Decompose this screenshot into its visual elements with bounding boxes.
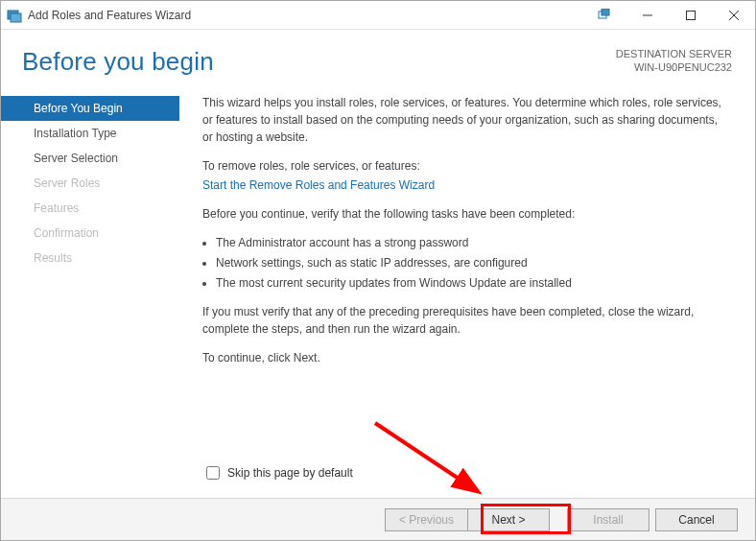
continue-note: To continue, click Next. bbox=[202, 349, 726, 366]
prereq-list: The Administrator account has a strong p… bbox=[202, 234, 726, 292]
button-bar: < Previous Next > Install Cancel bbox=[1, 498, 755, 540]
sidebar-item-installation-type[interactable]: Installation Type bbox=[1, 121, 179, 146]
sidebar-item-features: Features bbox=[1, 196, 179, 221]
title-bar: Add Roles and Features Wizard bbox=[1, 1, 755, 30]
sidebar-item-label: Features bbox=[34, 201, 79, 215]
intro-text: This wizard helps you install roles, rol… bbox=[202, 94, 726, 146]
next-button[interactable]: Next > bbox=[467, 508, 550, 531]
skip-page-label: Skip this page by default bbox=[227, 466, 353, 480]
window-title: Add Roles and Features Wizard bbox=[28, 9, 582, 22]
sidebar-item-label: Before You Begin bbox=[34, 102, 123, 115]
close-button[interactable] bbox=[712, 2, 755, 29]
svg-rect-3 bbox=[602, 9, 609, 15]
minimize-button[interactable] bbox=[626, 2, 669, 29]
prereq-item: The Administrator account has a strong p… bbox=[216, 234, 726, 251]
header-row: Before you begin DESTINATION SERVER WIN-… bbox=[1, 30, 755, 77]
skip-page-checkbox[interactable] bbox=[206, 466, 220, 480]
destination-server-name: WIN-U90PENUC232 bbox=[616, 60, 732, 74]
remove-roles-link[interactable]: Start the Remove Roles and Features Wiza… bbox=[202, 178, 435, 192]
prereq-item: The most current security updates from W… bbox=[216, 274, 726, 292]
destination-label: DESTINATION SERVER bbox=[616, 47, 732, 60]
sidebar-item-server-selection[interactable]: Server Selection bbox=[1, 146, 179, 171]
sidebar-item-confirmation: Confirmation bbox=[1, 221, 179, 246]
sidebar-item-label: Results bbox=[34, 251, 72, 265]
sidebar-item-label: Confirmation bbox=[34, 226, 99, 240]
cancel-button[interactable]: Cancel bbox=[655, 508, 738, 531]
prereq-item: Network settings, such as static IP addr… bbox=[216, 254, 726, 271]
help-control[interactable] bbox=[582, 2, 626, 29]
page-heading: Before you begin bbox=[22, 47, 214, 77]
sidebar-item-before-you-begin[interactable]: Before You Begin bbox=[1, 96, 179, 121]
before-continue-text: Before you continue, verify that the fol… bbox=[202, 205, 726, 223]
window-controls bbox=[582, 2, 755, 29]
sidebar-item-label: Server Selection bbox=[34, 152, 118, 165]
nav-button-group: < Previous Next > bbox=[385, 508, 550, 531]
destination-server-info: DESTINATION SERVER WIN-U90PENUC232 bbox=[616, 47, 732, 77]
remove-label: To remove roles, role services, or featu… bbox=[202, 157, 726, 175]
svg-rect-1 bbox=[11, 13, 21, 22]
app-icon bbox=[7, 8, 22, 23]
annotation-arrow bbox=[366, 413, 500, 509]
verify-note: If you must verify that any of the prece… bbox=[202, 303, 726, 338]
sidebar-item-label: Installation Type bbox=[34, 127, 117, 140]
svg-rect-5 bbox=[686, 11, 695, 19]
skip-page-row: Skip this page by default bbox=[202, 463, 353, 482]
previous-button: < Previous bbox=[385, 508, 467, 531]
sidebar-item-results: Results bbox=[1, 246, 179, 270]
wizard-sidebar: Before You Begin Installation Type Serve… bbox=[1, 94, 179, 378]
svg-line-9 bbox=[375, 423, 476, 490]
sidebar-item-label: Server Roles bbox=[34, 176, 100, 190]
maximize-button[interactable] bbox=[669, 2, 712, 29]
content-panel: This wizard helps you install roles, rol… bbox=[179, 94, 755, 378]
sidebar-item-server-roles: Server Roles bbox=[1, 171, 179, 196]
install-button: Install bbox=[567, 508, 650, 531]
main-area: Before You Begin Installation Type Serve… bbox=[1, 77, 755, 378]
